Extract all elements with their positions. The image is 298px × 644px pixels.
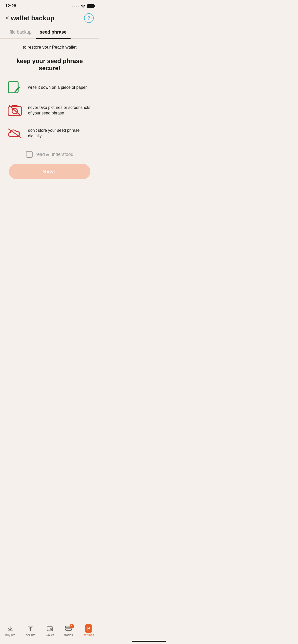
no-cloud-icon	[7, 126, 22, 141]
read-understood-label: read & understood	[36, 152, 73, 157]
restore-text: to restore your Peach wallet	[7, 45, 92, 50]
checkbox-area: read & understood	[7, 151, 92, 158]
tabs-container: file backup seed phrase	[0, 27, 99, 39]
read-understood-checkbox[interactable]	[26, 151, 33, 158]
signal-icon	[72, 6, 79, 7]
help-button[interactable]: ?	[84, 13, 94, 23]
battery-icon	[87, 4, 94, 8]
page-title: wallet backup	[11, 14, 55, 22]
tip-write-text: write it down on a piece of paper	[28, 85, 92, 90]
write-icon	[7, 80, 22, 95]
tip-no-camera-text: never take pictures or screenshots of yo…	[28, 105, 92, 116]
header: < wallet backup ?	[0, 11, 99, 27]
next-button[interactable]: NEXT	[9, 164, 90, 179]
tip-no-cloud-text: don't store your seed phrase digitally	[28, 128, 92, 139]
status-time: 12:28	[5, 4, 16, 9]
main-content: to restore your Peach wallet keep your s…	[0, 45, 99, 216]
wifi-icon	[80, 4, 86, 8]
status-bar: 12:28	[0, 0, 99, 11]
header-left: < wallet backup	[6, 14, 54, 22]
secure-title: keep your seed phrase secure!	[7, 57, 92, 72]
no-camera-icon	[7, 103, 22, 118]
back-button[interactable]: <	[6, 15, 9, 21]
tip-no-cloud: don't store your seed phrase digitally	[7, 126, 92, 141]
tip-write: write it down on a piece of paper	[7, 80, 92, 95]
tab-file-backup[interactable]: file backup	[6, 27, 36, 38]
tab-seed-phrase[interactable]: seed phrase	[36, 27, 71, 38]
status-icons	[72, 4, 94, 8]
svg-rect-0	[8, 82, 18, 93]
tip-no-camera: never take pictures or screenshots of yo…	[7, 103, 92, 118]
